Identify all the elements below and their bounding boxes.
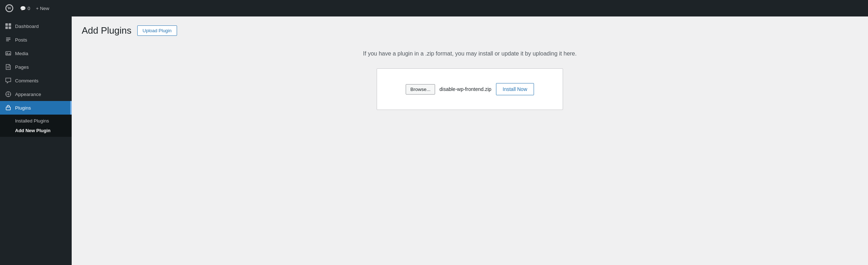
upload-box: Browse... disable-wp-frontend.zip Instal… (377, 68, 563, 110)
sidebar-item-pages[interactable]: Pages (0, 60, 72, 74)
add-new-plugin-label: Add New Plugin (15, 128, 51, 133)
svg-text:W: W (8, 6, 11, 10)
comment-icon: 💬 (20, 6, 26, 11)
adminbar-new[interactable]: + New (36, 6, 49, 11)
sidebar-item-plugins[interactable]: Plugins (0, 101, 72, 115)
svg-point-12 (8, 93, 9, 95)
svg-rect-4 (9, 23, 11, 26)
svg-rect-7 (6, 52, 11, 55)
upload-plugin-button[interactable]: Upload Plugin (137, 25, 177, 36)
posts-label: Posts (15, 37, 27, 43)
media-label: Media (15, 51, 28, 56)
active-indicator (70, 101, 72, 115)
svg-rect-3 (5, 23, 8, 26)
sidebar-item-posts[interactable]: Posts (0, 33, 72, 47)
wp-logo[interactable]: W (4, 3, 14, 13)
adminbar-new-label: + New (36, 6, 49, 11)
sidebar-item-dashboard[interactable]: Dashboard (0, 19, 72, 33)
dashboard-icon (5, 23, 11, 29)
svg-rect-13 (6, 107, 10, 110)
page-title: Add Plugins (82, 25, 132, 36)
pages-label: Pages (15, 64, 29, 70)
sidebar-item-appearance[interactable]: Appearance (0, 87, 72, 101)
appearance-icon (5, 91, 11, 97)
upload-info-text: If you have a plugin in a .zip format, y… (363, 50, 577, 57)
browse-button[interactable]: Browse... (406, 84, 435, 95)
dashboard-label: Dashboard (15, 24, 39, 29)
posts-icon (5, 37, 11, 43)
adminbar-comments[interactable]: 💬 0 (20, 6, 30, 11)
plugins-icon (5, 105, 11, 111)
main-content: Add Plugins Upload Plugin If you have a … (72, 16, 868, 265)
admin-bar: W 💬 0 + New (0, 0, 868, 16)
comments-label: Comments (15, 78, 38, 83)
submenu-add-new-plugin[interactable]: Add New Plugin (0, 126, 72, 135)
pages-icon (5, 64, 11, 70)
comments-icon (5, 77, 11, 84)
page-header: Add Plugins Upload Plugin (82, 25, 858, 36)
adminbar-comment-count: 0 (28, 6, 30, 11)
install-now-button[interactable]: Install Now (496, 83, 534, 95)
media-icon (5, 50, 11, 57)
file-name: disable-wp-frontend.zip (439, 86, 491, 92)
installed-plugins-label: Installed Plugins (15, 118, 49, 124)
sidebar-item-media[interactable]: Media (0, 47, 72, 60)
plugins-submenu: Installed Plugins Add New Plugin (0, 115, 72, 137)
plugins-label: Plugins (15, 105, 31, 111)
admin-menu: Dashboard Posts Media Pages Comments (0, 16, 72, 265)
appearance-label: Appearance (15, 92, 41, 97)
svg-rect-6 (9, 26, 11, 29)
svg-rect-5 (5, 26, 8, 29)
upload-area: If you have a plugin in a .zip format, y… (82, 50, 858, 110)
sidebar-item-comments[interactable]: Comments (0, 74, 72, 87)
submenu-installed-plugins[interactable]: Installed Plugins (0, 116, 72, 126)
